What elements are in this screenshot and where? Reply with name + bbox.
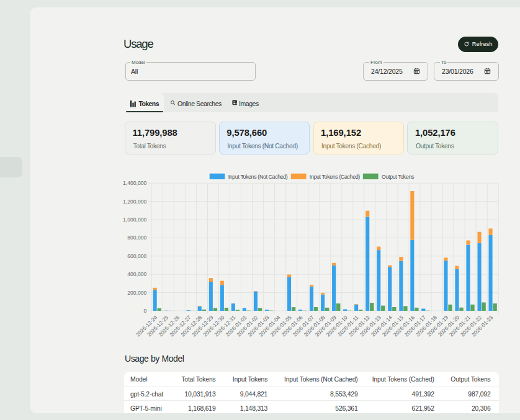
svg-text:Output Tokens: Output Tokens bbox=[382, 174, 415, 180]
svg-text:1,400,000: 1,400,000 bbox=[123, 180, 146, 186]
svg-text:1,200,000: 1,200,000 bbox=[123, 199, 146, 205]
svg-text:1,000,000: 1,000,000 bbox=[123, 217, 146, 223]
svg-text:600,000: 600,000 bbox=[127, 253, 146, 259]
svg-text:Input Tokens (Cached): Input Tokens (Cached) bbox=[310, 174, 360, 180]
svg-text:400,000: 400,000 bbox=[127, 271, 146, 277]
svg-text:0: 0 bbox=[144, 308, 147, 314]
svg-text:200,000: 200,000 bbox=[127, 290, 146, 296]
svg-text:800,000: 800,000 bbox=[127, 235, 146, 241]
svg-text:Input Tokens (Not Cached): Input Tokens (Not Cached) bbox=[228, 174, 288, 180]
